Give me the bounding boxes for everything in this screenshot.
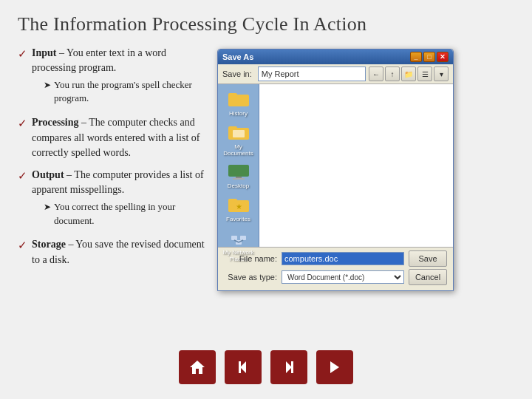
- favorites-label: Favorites: [226, 216, 250, 223]
- svg-rect-12: [240, 236, 246, 240]
- text-section: ✓ Input – You enter text in a word proce…: [18, 46, 210, 291]
- nav-home-button[interactable]: [179, 350, 216, 384]
- dialog-sidebar: History My Documents: [218, 84, 259, 247]
- toolbar-buttons: ← ↑ 📁 ☰ ▾: [369, 66, 449, 81]
- sub-bullet-correct: ➤ You correct the spelling in your docum…: [44, 200, 210, 228]
- filetype-label: Save as type:: [224, 273, 277, 282]
- checkmark-processing: ✓: [18, 116, 27, 132]
- bold-storage: Storage: [32, 239, 66, 250]
- my-network-icon: [227, 228, 250, 248]
- bullet-processing: ✓ Processing – The computer checks and c…: [18, 115, 210, 160]
- my-documents-icon: [227, 122, 250, 143]
- svg-marker-19: [286, 361, 292, 373]
- minimize-button[interactable]: _: [410, 52, 422, 62]
- back-nav-button[interactable]: ←: [369, 66, 383, 81]
- tools-button[interactable]: ▾: [434, 66, 449, 81]
- bullet-text-processing: Processing – The computer checks and com…: [32, 115, 210, 160]
- svg-rect-20: [291, 361, 293, 373]
- svg-rect-7: [233, 178, 245, 180]
- close-button[interactable]: ✕: [437, 52, 449, 62]
- sub-text-spell: You run the program's spell checker prog…: [54, 78, 210, 106]
- filename-input[interactable]: [282, 252, 404, 265]
- nav-buttons: [179, 350, 353, 384]
- home-nav-icon: [188, 358, 206, 376]
- slide-title: The Information Processing Cycle In Acti…: [18, 13, 514, 35]
- history-label: History: [229, 111, 248, 117]
- bold-output: Output: [32, 169, 64, 180]
- save-in-label: Save in:: [222, 69, 252, 78]
- filename-row: File name: Save: [224, 250, 447, 267]
- end-nav-icon: [326, 358, 344, 376]
- desktop-icon: [227, 161, 250, 182]
- svg-marker-16: [190, 361, 205, 374]
- bold-input: Input: [32, 47, 56, 58]
- history-icon: [227, 89, 250, 109]
- bullet-text-input: Input – You enter text in a word process…: [32, 46, 210, 108]
- location-value: My Report: [262, 69, 299, 78]
- up-button[interactable]: ↑: [385, 66, 400, 81]
- maximize-button[interactable]: □: [423, 52, 435, 62]
- sidebar-desktop[interactable]: Desktop: [222, 161, 256, 190]
- svg-rect-11: [231, 236, 237, 240]
- sub-bullet-spell: ➤ You run the program's spell checker pr…: [44, 78, 210, 106]
- bullet-text-output: Output – The computer provides a list of…: [32, 168, 210, 230]
- dialog-body: History My Documents: [218, 84, 453, 247]
- sidebar-history[interactable]: History: [222, 89, 256, 117]
- filetype-select[interactable]: Word Document (*.doc): [282, 270, 404, 284]
- slide: The Information Processing Cycle In Acti…: [0, 0, 532, 399]
- filetype-row: Save as type: Word Document (*.doc) Canc…: [224, 269, 447, 285]
- checkmark-output: ✓: [18, 168, 27, 185]
- back-nav-icon: [234, 358, 252, 376]
- dialog-area: Save As _ □ ✕ Save in: My Report ←: [217, 46, 514, 291]
- svg-rect-4: [233, 130, 245, 137]
- checkmark-storage: ✓: [18, 238, 27, 254]
- desktop-label: Desktop: [228, 183, 249, 190]
- forward-nav-icon: [280, 358, 298, 376]
- views-button[interactable]: ☰: [417, 66, 432, 81]
- dialog-title: Save As: [222, 52, 253, 61]
- svg-rect-5: [228, 165, 249, 177]
- sub-text-correct: You correct the spelling in your documen…: [54, 200, 210, 228]
- new-folder-button[interactable]: 📁: [401, 66, 416, 81]
- sub-arrow-spell: ➤: [44, 79, 51, 92]
- save-as-dialog[interactable]: Save As _ □ ✕ Save in: My Report ←: [217, 49, 454, 291]
- my-documents-label: My Documents: [222, 144, 256, 157]
- location-bar[interactable]: My Report: [258, 66, 366, 81]
- svg-marker-17: [240, 361, 246, 373]
- svg-rect-1: [228, 93, 237, 98]
- svg-rect-18: [239, 361, 241, 373]
- dialog-titlebar: Save As _ □ ✕: [218, 50, 453, 64]
- nav-forward-button[interactable]: [270, 350, 307, 384]
- save-button[interactable]: Save: [409, 250, 447, 267]
- bold-processing: Processing: [32, 117, 79, 128]
- bullet-text-storage: Storage – You save the revised document …: [32, 237, 210, 267]
- svg-text:★: ★: [235, 202, 242, 211]
- file-list: [259, 84, 453, 90]
- content-area: ✓ Input – You enter text in a word proce…: [18, 46, 514, 291]
- nav-end-button[interactable]: [316, 350, 353, 384]
- dialog-toolbar: Save in: My Report ← ↑ 📁 ☰ ▾: [218, 64, 453, 84]
- dialog-main-area: [259, 84, 453, 247]
- nav-back-button[interactable]: [225, 350, 262, 384]
- checkmark-input: ✓: [18, 47, 27, 63]
- titlebar-buttons: _ □ ✕: [410, 52, 449, 62]
- bullet-storage: ✓ Storage – You save the revised documen…: [18, 237, 210, 267]
- filename-label: File name:: [224, 254, 277, 263]
- sub-arrow-correct: ➤: [44, 201, 51, 214]
- svg-marker-21: [330, 361, 339, 373]
- sidebar-my-documents[interactable]: My Documents: [222, 122, 256, 157]
- favorites-icon: ★: [227, 194, 250, 215]
- bullet-input: ✓ Input – You enter text in a word proce…: [18, 46, 210, 108]
- cancel-button[interactable]: Cancel: [409, 269, 447, 285]
- bullet-output: ✓ Output – The computer provides a list …: [18, 168, 210, 230]
- sidebar-favorites[interactable]: ★ Favorites: [222, 194, 256, 223]
